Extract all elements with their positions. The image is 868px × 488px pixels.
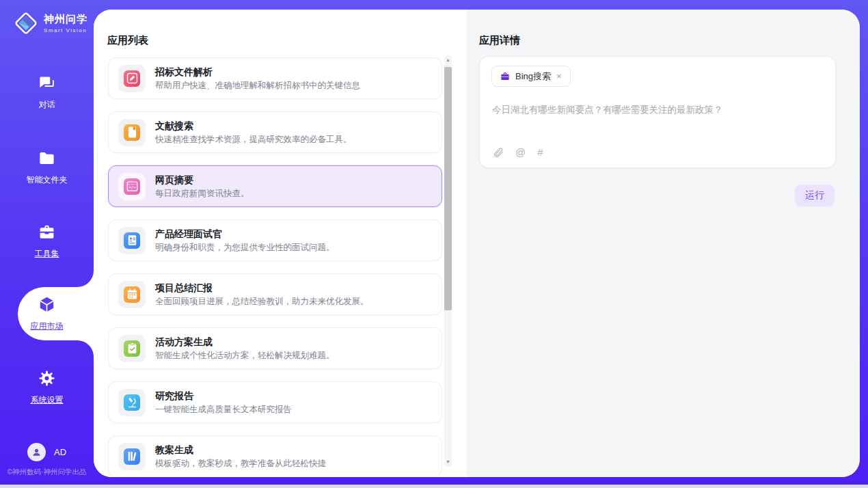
sidebar-item-label: 对话 xyxy=(0,99,94,111)
app-title: 教案生成 xyxy=(155,443,326,457)
toolbox-icon xyxy=(38,223,56,241)
main-panel: 应用列表 招标文件解析 帮助用户快速、准确地理解和解析招标书中的关键信息 文献搜… xyxy=(94,10,860,477)
pen-square-icon xyxy=(124,70,140,87)
sidebar-item-settings[interactable]: 系统设置 xyxy=(0,369,94,406)
app-icon xyxy=(118,227,146,254)
scrollbar-up-arrow[interactable]: ▲ xyxy=(444,56,452,64)
app-card[interactable]: 活动方案生成 智能生成个性化活动方案，轻松解决规划难题。 xyxy=(108,327,442,369)
sidebar-item-label: 系统设置 xyxy=(0,394,94,406)
app-desc: 模板驱动，教案秒成，教学准备从此轻松快捷 xyxy=(155,457,326,470)
prompt-input[interactable]: 今日湖北有哪些新闻要点？有哪些需要关注的最新政策？ xyxy=(492,104,820,116)
app-card-text: 网页摘要 每日政府新闻资讯快查。 xyxy=(155,173,249,199)
run-button[interactable]: 运行 xyxy=(795,185,835,206)
app-desc: 一键智能生成高质量长文本研究报告 xyxy=(155,403,292,416)
app-icon xyxy=(118,389,146,416)
app-icon: </> xyxy=(118,173,146,200)
app-title: 研究报告 xyxy=(155,389,292,403)
app-list-title: 应用列表 xyxy=(107,34,148,47)
app-title: 文献搜索 xyxy=(155,119,352,133)
app-icon xyxy=(118,443,146,470)
book-icon xyxy=(124,124,140,141)
app-card[interactable]: 教案生成 模板驱动，教案秒成，教学准备从此轻松快捷 xyxy=(108,435,442,476)
sidebar-item-chat[interactable]: 对话 xyxy=(0,74,94,111)
app-card-text: 项目总结汇报 全面回顾项目进展，总结经验教训，助力未来优化发展。 xyxy=(155,281,369,307)
app-detail-title: 应用详情 xyxy=(479,34,520,47)
app-card-text: 教案生成 模板驱动，教案秒成，教学准备从此轻松快捷 xyxy=(155,443,326,469)
app-card[interactable]: 文献搜索 快速精准查找学术资源，提高研究效率的必备工具。 xyxy=(108,111,442,153)
brand: 神州问学 Smart Vision xyxy=(14,11,87,36)
app-title: 网页摘要 xyxy=(155,173,249,187)
avatar xyxy=(27,443,46,461)
gear-icon xyxy=(38,369,56,388)
sidebar: 神州问学 Smart Vision 对话 智能文件夹 工具集 应用市场 系统设置 xyxy=(0,0,94,485)
app-desc: 快速精准查找学术资源，提高研究效率的必备工具。 xyxy=(155,133,352,146)
sidebar-item-label: 工具集 xyxy=(0,248,94,260)
brand-subtitle: Smart Vision xyxy=(44,27,87,33)
folder-icon xyxy=(38,149,56,167)
tool-tag-bing-search[interactable]: Bing搜索 × xyxy=(491,66,571,87)
sidebar-item-app-market[interactable]: 应用市场 xyxy=(0,295,94,332)
user-initials: AD xyxy=(54,447,66,457)
browser-code-icon: </> xyxy=(124,178,140,195)
sidebar-item-toolset[interactable]: 工具集 xyxy=(0,223,94,260)
app-card-text: 产品经理面试官 明确身份和职责，为您提供专业性的面试问题。 xyxy=(155,227,335,253)
scrollbar-thumb[interactable] xyxy=(444,67,452,310)
resume-icon xyxy=(124,232,140,249)
app-desc: 每日政府新闻资讯快查。 xyxy=(155,187,249,200)
sidebar-item-label: 智能文件夹 xyxy=(0,174,94,186)
calendar-icon xyxy=(124,286,140,303)
app-icon xyxy=(118,119,146,146)
svg-text:</>: </> xyxy=(128,185,136,189)
tool-tag-label: Bing搜索 xyxy=(515,70,551,83)
app-detail-pane: 应用详情 Bing搜索 × 今日湖北有哪些新闻要点？有哪些需要关注的最新政策？ … xyxy=(467,10,860,477)
app-card[interactable]: 项目总结汇报 全面回顾项目进展，总结经验教训，助力未来优化发展。 xyxy=(108,273,442,315)
brand-name: 神州问学 xyxy=(44,13,87,25)
hashtag-icon[interactable]: # xyxy=(537,146,543,158)
app-title: 活动方案生成 xyxy=(155,335,335,349)
composer-toolbar: @ # xyxy=(492,146,543,158)
app-card[interactable]: 研究报告 一键智能生成高质量长文本研究报告 xyxy=(108,381,442,423)
app-desc: 明确身份和职责，为您提供专业性的面试问题。 xyxy=(155,241,335,254)
user-icon xyxy=(31,446,42,458)
app-window: 神州问学 Smart Vision 对话 智能文件夹 工具集 应用市场 系统设置 xyxy=(0,0,868,485)
mention-icon[interactable]: @ xyxy=(515,146,526,158)
app-desc: 全面回顾项目进展，总结经验教训，助力未来优化发展。 xyxy=(155,295,369,308)
app-title: 项目总结汇报 xyxy=(155,281,369,295)
tag-close-icon[interactable]: × xyxy=(556,72,562,81)
app-icon xyxy=(118,335,146,362)
brand-logo-icon xyxy=(14,11,38,36)
scrollbar[interactable]: ▲ ▼ xyxy=(444,56,452,466)
app-card-text: 研究报告 一键智能生成高质量长文本研究报告 xyxy=(155,389,292,415)
app-card-list: 招标文件解析 帮助用户快速、准确地理解和解析招标书中的关键信息 文献搜索 快速精… xyxy=(108,57,442,476)
sidebar-item-label: 应用市场 xyxy=(0,321,94,332)
copyright-footer: ©神州数码·神州问学出品 xyxy=(0,467,94,477)
paperclip-icon[interactable] xyxy=(492,146,504,158)
app-card-text: 文献搜索 快速精准查找学术资源，提高研究效率的必备工具。 xyxy=(155,119,352,145)
books-icon xyxy=(124,448,140,465)
clipboard-check-icon xyxy=(124,340,140,357)
cube-icon xyxy=(38,295,56,314)
app-card[interactable]: 产品经理面试官 明确身份和职责，为您提供专业性的面试问题。 xyxy=(108,219,442,261)
app-desc: 帮助用户快速、准确地理解和解析招标书中的关键信息 xyxy=(155,79,360,92)
app-desc: 智能生成个性化活动方案，轻松解决规划难题。 xyxy=(155,349,335,362)
microscope-icon xyxy=(124,394,140,411)
app-icon xyxy=(118,281,146,308)
app-card-text: 活动方案生成 智能生成个性化活动方案，轻松解决规划难题。 xyxy=(155,335,335,361)
sidebar-item-smart-folder[interactable]: 智能文件夹 xyxy=(0,149,94,186)
app-card[interactable]: 招标文件解析 帮助用户快速、准确地理解和解析招标书中的关键信息 xyxy=(108,57,442,99)
briefcase-icon xyxy=(500,71,511,82)
app-icon xyxy=(118,65,146,92)
app-title: 产品经理面试官 xyxy=(155,227,335,241)
prompt-composer[interactable]: Bing搜索 × 今日湖北有哪些新闻要点？有哪些需要关注的最新政策？ @ # xyxy=(479,56,836,168)
scrollbar-down-arrow[interactable]: ▼ xyxy=(444,458,452,466)
user-account[interactable]: AD xyxy=(0,443,94,461)
app-card[interactable]: </> 网页摘要 每日政府新闻资讯快查。 xyxy=(108,165,442,207)
app-list-pane: 应用列表 招标文件解析 帮助用户快速、准确地理解和解析招标书中的关键信息 文献搜… xyxy=(94,10,467,477)
chat-icon xyxy=(38,74,56,92)
app-title: 招标文件解析 xyxy=(155,65,360,79)
app-card-text: 招标文件解析 帮助用户快速、准确地理解和解析招标书中的关键信息 xyxy=(155,65,360,91)
